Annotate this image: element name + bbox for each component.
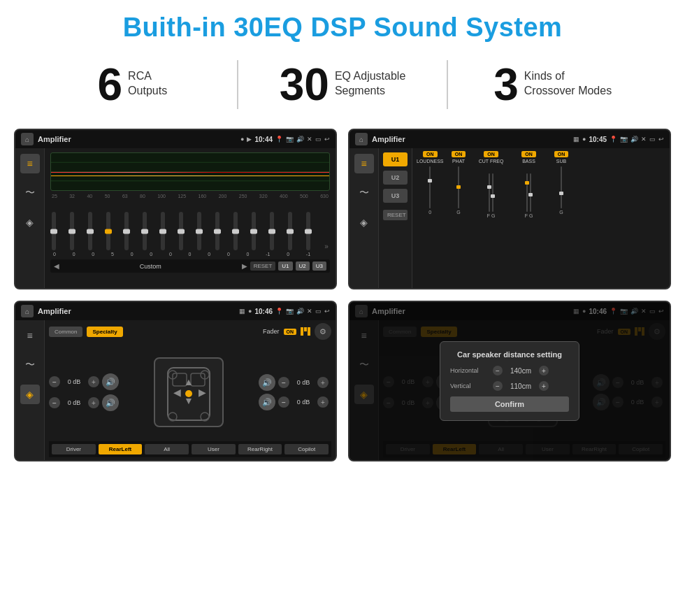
freq-80: 80 — [140, 194, 145, 199]
minimize-icon-3: ▭ — [315, 308, 322, 315]
stat-rca-number: 6 — [98, 62, 123, 107]
right-speakers: 🔊 − 0 dB + 🔊 − 0 dB + — [259, 343, 331, 441]
sidebar-eq-icon-3[interactable]: ≡ — [20, 326, 40, 345]
db-plus-4[interactable]: + — [317, 396, 329, 408]
eq-slider-0[interactable] — [52, 212, 56, 250]
eq-prev-arrow[interactable]: ◀ — [54, 262, 59, 270]
db-minus-1[interactable]: − — [49, 376, 60, 387]
u2-preset-btn[interactable]: U2 — [383, 171, 408, 185]
dialog-horizontal-minus[interactable]: − — [493, 366, 503, 375]
eq-slider-11[interactable] — [252, 212, 256, 250]
eq-u2-btn[interactable]: U2 — [296, 262, 310, 271]
driver-btn[interactable]: Driver — [52, 444, 96, 454]
screen-body-2: ≡ 〜 ◈ U1 U2 U3 RESET LOUDNESS ON LOUDNES… — [349, 148, 670, 288]
svg-text:▲: ▲ — [184, 376, 194, 387]
status-time-2: 10:45 — [589, 136, 607, 143]
sidebar-wave-icon[interactable]: 〜 — [20, 183, 40, 203]
db-minus-2[interactable]: − — [49, 397, 60, 408]
screens-grid: ⌂ Amplifier ● ▶ 10:44 📍 📷 🔊 ✕ ▭ ↩ ≡ 〜 ◈ — [0, 122, 685, 475]
dialog-vertical-minus[interactable]: − — [493, 381, 503, 391]
home-icon-1[interactable]: ⌂ — [21, 133, 34, 145]
left-sidebar-2: ≡ 〜 ◈ — [349, 148, 379, 288]
screen-body-1: ≡ 〜 ◈ 25 32 — [15, 148, 336, 288]
screen-title-2: Amplifier — [372, 135, 569, 143]
eq-val-9: 0 — [227, 252, 230, 257]
crossover-tab-common[interactable]: Common — [49, 327, 82, 337]
volume-icon-1: 🔊 — [296, 136, 304, 143]
eq-val-7: 0 — [189, 252, 192, 257]
eq-controls-bar: ◀ Custom ▶ RESET U1 U2 U3 — [50, 259, 330, 273]
crossover-content: Common Specialty Fader ON ⚙ — [45, 320, 336, 460]
sidebar-speaker-icon-2[interactable]: ◈ — [354, 213, 374, 232]
eq-slider-9[interactable] — [215, 212, 219, 250]
speaker-icon-3: 🔊 — [259, 374, 275, 391]
loudness-label: LOUDNESS — [417, 159, 444, 164]
copilot-btn[interactable]: Copilot — [284, 444, 329, 454]
db-minus-4[interactable]: − — [278, 396, 289, 408]
sidebar-wave-icon-3[interactable]: 〜 — [20, 355, 40, 375]
eq-slider-2[interactable] — [88, 212, 92, 250]
sidebar-eq-icon[interactable]: ≡ — [20, 154, 40, 173]
eq-slider-8[interactable] — [197, 212, 201, 250]
sidebar-speaker-icon-3[interactable]: ◈ — [20, 385, 40, 404]
back-icon-2: ↩ — [658, 136, 664, 143]
u-presets: U1 U2 U3 RESET — [379, 148, 412, 288]
eq-slider-14[interactable] — [306, 212, 310, 250]
eq-val-11: -1 — [266, 252, 270, 257]
confirm-button[interactable]: Confirm — [450, 396, 569, 412]
fader-row: Fader ON — [263, 327, 310, 336]
u3-preset-btn[interactable]: U3 — [383, 189, 408, 203]
bass-on-label[interactable]: ON — [521, 151, 536, 157]
eq-u1-btn[interactable]: U1 — [278, 262, 292, 271]
sidebar-speaker-icon[interactable]: ◈ — [20, 213, 40, 232]
eq-sliders-row: » — [50, 201, 330, 250]
eq-values-row: 0 0 0 5 0 0 0 0 0 0 0 -1 0 -1 — [50, 252, 330, 257]
all-btn[interactable]: All — [145, 444, 189, 454]
eq-next-arrow[interactable]: ▶ — [242, 262, 247, 270]
stat-divider-1 — [237, 60, 238, 109]
sidebar-eq-icon-2[interactable]: ≡ — [354, 154, 374, 173]
freq-125: 125 — [178, 194, 186, 199]
dialog-horizontal-plus[interactable]: + — [539, 366, 549, 375]
dialog-vertical-plus[interactable]: + — [539, 381, 549, 391]
amp-reset-btn[interactable]: RESET — [383, 210, 408, 220]
eq-slider-7[interactable] — [179, 212, 183, 250]
left-sidebar-1: ≡ 〜 ◈ — [15, 148, 45, 288]
home-icon-2[interactable]: ⌂ — [355, 133, 368, 145]
cutfreq-on-label[interactable]: ON — [484, 151, 498, 157]
eq-slider-6[interactable] — [161, 212, 165, 250]
eq-slider-1[interactable] — [70, 212, 74, 250]
eq-slider-12[interactable] — [270, 212, 274, 250]
phat-on-label[interactable]: ON — [452, 151, 466, 157]
crossover-tab-specialty[interactable]: Specialty — [87, 327, 122, 337]
db-plus-2[interactable]: + — [88, 397, 99, 408]
rearleft-btn[interactable]: RearLeft — [99, 444, 143, 454]
user-btn[interactable]: User — [192, 444, 236, 454]
eq-slider-3[interactable] — [106, 212, 110, 250]
db-val-3: 0 dB — [292, 379, 315, 386]
home-icon-3[interactable]: ⌂ — [21, 305, 34, 317]
db-minus-3[interactable]: − — [278, 377, 289, 388]
db-plus-1[interactable]: + — [88, 376, 99, 387]
eq-slider-13[interactable] — [288, 212, 292, 250]
u1-preset-btn[interactable]: U1 — [383, 152, 408, 166]
eq-val-12: 0 — [287, 252, 289, 257]
dialog-vertical-value: 110cm — [507, 382, 535, 390]
loudness-on-label[interactable]: ON — [423, 151, 438, 157]
db-plus-3[interactable]: + — [317, 377, 329, 388]
rearright-btn[interactable]: RearRight — [238, 444, 282, 454]
volume-icon-2: 🔊 — [630, 136, 638, 143]
eq-slider-10[interactable] — [233, 212, 238, 250]
freq-400: 400 — [280, 194, 288, 199]
eq-reset-btn[interactable]: RESET — [250, 262, 276, 271]
eq-u3-btn[interactable]: U3 — [312, 262, 326, 271]
sub-on-label[interactable]: ON — [554, 151, 569, 157]
freq-50: 50 — [105, 194, 110, 199]
settings-icon[interactable]: ⚙ — [315, 323, 331, 340]
eq-slider-5[interactable] — [143, 212, 147, 250]
sidebar-wave-icon-2[interactable]: 〜 — [354, 183, 374, 203]
eq-slider-4[interactable] — [124, 212, 129, 250]
speaker-icon-4: 🔊 — [259, 394, 275, 410]
dialog-horizontal-label: Horizontal — [450, 367, 489, 374]
fader-on-btn[interactable]: ON — [284, 329, 297, 335]
